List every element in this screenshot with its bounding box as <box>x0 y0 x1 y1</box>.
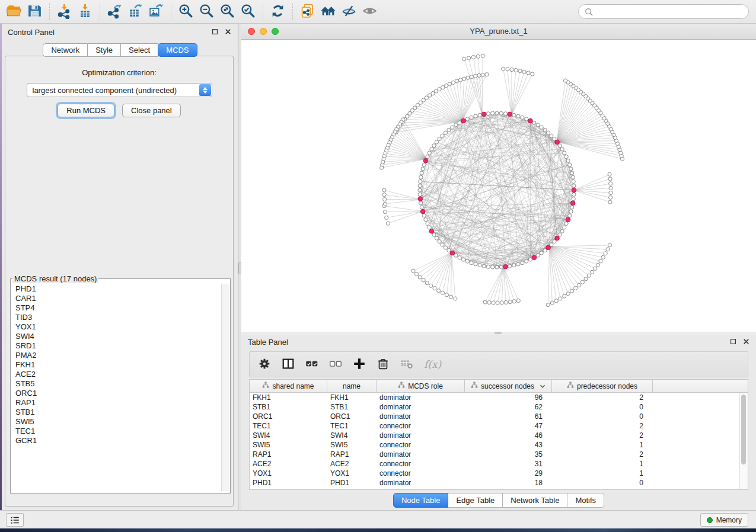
import-network-button[interactable] <box>54 2 75 21</box>
table-row[interactable]: RAP1RAP1dominator352 <box>250 450 748 459</box>
mcds-node-item[interactable]: CAR1 <box>15 294 221 303</box>
table-scrollbar-thumb[interactable] <box>741 395 746 464</box>
mcds-node-item[interactable]: STB1 <box>15 408 221 417</box>
refresh-button[interactable] <box>267 2 288 21</box>
close-panel-icon[interactable] <box>224 28 232 36</box>
export-table-button[interactable] <box>125 2 146 21</box>
tab-network[interactable]: Network <box>43 43 88 57</box>
network-titlebar[interactable]: YPA_prune.txt_1 <box>241 24 756 40</box>
zoom-in-button[interactable] <box>176 2 196 21</box>
tab-select[interactable]: Select <box>121 43 158 57</box>
mcds-node-item[interactable]: STB5 <box>15 379 221 389</box>
mcds-node-item[interactable]: PHD1 <box>15 284 221 294</box>
search-input[interactable] <box>597 7 743 17</box>
export-image-button[interactable] <box>146 2 167 21</box>
optimization-select[interactable]: largest connected component (undirected) <box>27 83 212 97</box>
zoom-fit-button[interactable] <box>217 2 238 21</box>
search-box[interactable] <box>578 4 749 19</box>
mcds-node-item[interactable]: SRD1 <box>15 341 221 351</box>
eye-gray-button[interactable] <box>359 2 380 21</box>
mcds-node-item[interactable]: GCR1 <box>15 436 221 446</box>
mcds-node-item[interactable]: SWI4 <box>15 332 221 341</box>
empty-boxes-button[interactable] <box>328 357 343 372</box>
select-stepper-icon <box>199 84 211 96</box>
table-row[interactable]: STB1STB1dominator620 <box>250 402 748 412</box>
memory-button[interactable]: Memory <box>700 513 748 527</box>
table-scrollbar[interactable] <box>739 393 748 489</box>
column-header-successor-nodes[interactable]: successor nodes <box>465 380 552 392</box>
mcds-node-item[interactable]: RAP1 <box>15 398 221 408</box>
docs-share-button[interactable] <box>297 2 318 21</box>
table-row[interactable]: FKH1FKH1dominator962 <box>250 393 748 402</box>
close-table-panel-icon[interactable] <box>742 338 750 345</box>
table-header-row: shared namenameMCDS rolesuccessor nodesp… <box>250 380 748 393</box>
plus-button[interactable] <box>352 357 367 372</box>
list-icon <box>9 515 20 525</box>
check-boxes-button[interactable] <box>304 357 320 372</box>
mcds-node-item[interactable]: ACE2 <box>15 370 221 379</box>
column-header-predecessor-nodes[interactable]: predecessor nodes <box>552 380 653 392</box>
function-builder-button[interactable]: f(x) <box>423 358 442 370</box>
houses-button[interactable] <box>318 2 339 21</box>
open-folder-button[interactable] <box>4 2 24 21</box>
import-table-button[interactable] <box>75 2 95 21</box>
mcds-node-item[interactable]: YOX1 <box>15 322 221 332</box>
tab-style[interactable]: Style <box>88 43 121 57</box>
mcds-result-title: MCDS result (17 nodes) <box>12 274 98 283</box>
gear-button[interactable] <box>257 357 272 372</box>
run-mcds-button[interactable]: Run MCDS <box>58 104 114 117</box>
table-row[interactable]: PHD1PHD1dominator180 <box>250 478 748 488</box>
cytoscape-app: Control Panel NetworkStyleSelectMCDS Opt… <box>0 0 756 532</box>
column-header-shared-name[interactable]: shared name <box>250 380 327 392</box>
close-panel-button[interactable]: Close panel <box>122 104 181 117</box>
eye-slash-button[interactable] <box>339 2 359 21</box>
export-network-button[interactable] <box>104 2 125 21</box>
trash-icon <box>376 357 390 373</box>
mcds-node-item[interactable]: SWI5 <box>15 417 221 427</box>
table-row[interactable]: ORC1ORC1dominator610 <box>250 412 748 421</box>
mcds-result-scrollbar[interactable] <box>221 284 229 491</box>
save-button[interactable] <box>24 2 45 21</box>
table-row[interactable]: SWI5SWI5connector431 <box>250 440 748 450</box>
column-type-icon <box>471 382 478 390</box>
table-panel-title: Table Panel <box>248 338 288 347</box>
mcds-node-item[interactable]: PMA2 <box>15 351 221 360</box>
table-toolbar: f(x) <box>249 351 748 377</box>
mcds-node-item[interactable]: TEC1 <box>15 427 221 436</box>
table-x-button[interactable] <box>399 357 414 372</box>
column-header-name[interactable]: name <box>327 380 377 392</box>
open-folder-icon <box>6 3 22 21</box>
table-row[interactable]: YOX1YOX1connector291 <box>250 469 748 478</box>
tab-node-table[interactable]: Node Table <box>393 493 449 508</box>
mcds-node-item[interactable]: STP4 <box>15 303 221 313</box>
network-canvas[interactable] <box>241 40 756 331</box>
table-row[interactable]: TEC1TEC1connector472 <box>250 421 748 431</box>
tab-edge-table[interactable]: Edge Table <box>448 493 503 508</box>
trash-button[interactable] <box>375 357 391 372</box>
mcds-node-item[interactable]: TID3 <box>15 313 221 322</box>
column-header-MCDS-role[interactable]: MCDS role <box>377 380 465 392</box>
tab-mcds[interactable]: MCDS <box>158 43 197 57</box>
mcds-result-list[interactable]: PHD1CAR1STP4TID3YOX1SWI4SRD1PMA2FKH1ACE2… <box>12 284 221 491</box>
desktop-wallpaper-bottom-strip <box>0 528 756 532</box>
float-table-panel-icon[interactable] <box>729 338 737 345</box>
table-row[interactable]: SWI4SWI4dominator462 <box>250 431 748 440</box>
mcds-node-item[interactable]: FKH1 <box>15 360 221 370</box>
import-table-icon <box>77 3 93 21</box>
table-rows: FKH1FKH1dominator962STB1STB1dominator620… <box>250 393 748 488</box>
zoom-selected-icon <box>240 3 256 21</box>
table-panel: Table Panel f(x) shared namenameMCDS rol… <box>241 335 756 510</box>
zoom-out-button[interactable] <box>196 2 217 21</box>
columns-button[interactable] <box>280 357 296 372</box>
mcds-node-item[interactable]: ORC1 <box>15 389 221 398</box>
table-row[interactable]: ACE2ACE2connector311 <box>250 459 748 469</box>
task-history-button[interactable] <box>6 513 24 527</box>
network-graph <box>241 40 756 331</box>
tab-motifs[interactable]: Motifs <box>567 493 604 508</box>
tab-network-table[interactable]: Network Table <box>503 493 567 508</box>
save-icon <box>27 3 43 21</box>
horizontal-splitter-grip[interactable] <box>495 332 502 334</box>
column-type-icon <box>567 382 574 390</box>
float-panel-icon[interactable] <box>211 28 219 36</box>
zoom-selected-button[interactable] <box>238 2 259 21</box>
